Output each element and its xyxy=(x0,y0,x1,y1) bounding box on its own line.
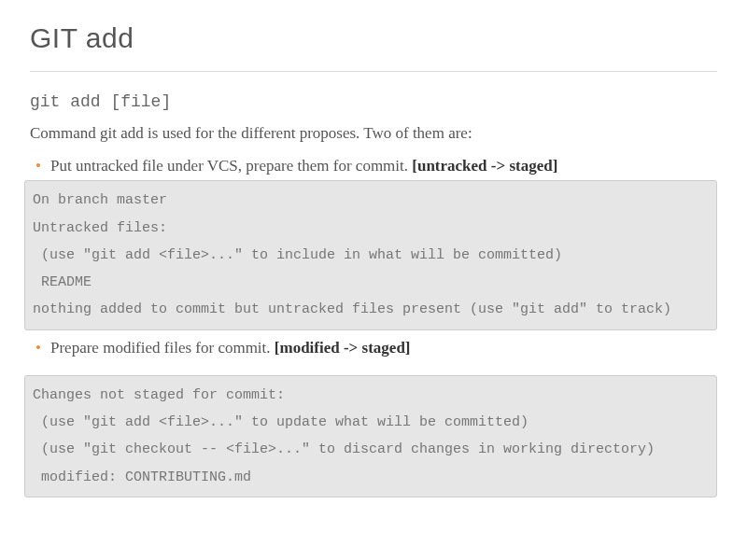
command-line: git add [file] xyxy=(30,92,717,111)
page-title: GIT add xyxy=(30,22,717,72)
bullet1-bold: [untracked -> staged] xyxy=(412,157,557,175)
spacer xyxy=(30,362,717,375)
code-block-untracked: On branch master Untracked files: (use "… xyxy=(24,180,717,329)
code-block-modified: Changes not staged for commit: (use "git… xyxy=(24,375,717,497)
document-container: GIT add git add [file] Command git add i… xyxy=(0,0,747,497)
bullet1-text: Put untracked file under VCS, prepare th… xyxy=(50,157,412,175)
list-item: Put untracked file under VCS, prepare th… xyxy=(50,154,717,178)
list-item: Prepare modified files for commit. [modi… xyxy=(50,336,717,360)
purpose-list-2: Prepare modified files for commit. [modi… xyxy=(30,336,717,360)
purpose-list: Put untracked file under VCS, prepare th… xyxy=(30,154,717,178)
bullet2-bold: [modified -> staged] xyxy=(275,339,411,357)
bullet2-text: Prepare modified files for commit. xyxy=(50,339,275,357)
intro-text: Command git add is used for the differen… xyxy=(30,124,717,143)
